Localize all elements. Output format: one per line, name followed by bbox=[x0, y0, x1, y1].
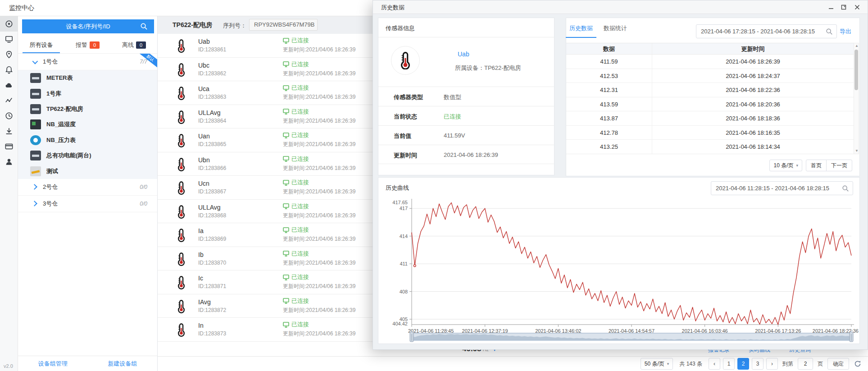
sensor-id: ID:1283873 bbox=[198, 330, 226, 337]
tree-device-item[interactable]: 总有功电能(两台) bbox=[18, 148, 157, 163]
tree-device-item[interactable]: 1号库 bbox=[18, 86, 157, 101]
status-badge: 已连接 bbox=[283, 131, 355, 139]
tree-tab-1[interactable]: 所有设备 bbox=[18, 37, 64, 53]
table-row[interactable]: 412.312021-04-06 18:22:36 bbox=[566, 83, 859, 97]
cell-value: 412.31 bbox=[566, 83, 652, 97]
page-button-1[interactable]: 1 bbox=[723, 358, 735, 370]
rail-scan-target-icon[interactable] bbox=[0, 16, 18, 32]
history-line-chart[interactable]: 417414411408405417.65404.422021-04-06 11… bbox=[378, 178, 859, 344]
confirm-button[interactable]: 确定 bbox=[827, 358, 849, 370]
connected-monitor-icon bbox=[283, 227, 289, 233]
tab-label: 离线 bbox=[122, 41, 134, 49]
history-page-size-select[interactable]: 10 条/页▾ bbox=[769, 160, 802, 171]
y-axis-min-label: 404.42 bbox=[392, 321, 408, 326]
next-page-button[interactable]: 下一页 bbox=[826, 160, 852, 171]
rail-clock-icon[interactable] bbox=[0, 108, 18, 124]
device-group-manage-button[interactable]: 设备组管理 bbox=[18, 360, 88, 368]
update-time: 更新时间:2021/04/06 18:26:39 bbox=[283, 46, 355, 54]
device-label: NB_温湿度 bbox=[46, 120, 76, 128]
left-rail bbox=[0, 16, 18, 371]
new-device-group-button[interactable]: 新建设备组 bbox=[88, 360, 158, 368]
rail-trend-icon[interactable] bbox=[0, 93, 18, 108]
sensor-id: ID:1283864 bbox=[198, 118, 226, 124]
chevron-down-icon: ▾ bbox=[667, 362, 669, 366]
thermometer-icon bbox=[177, 63, 186, 77]
x-axis-tick-label: 2021-04-06 14:54:57 bbox=[609, 328, 654, 334]
connected-monitor-icon bbox=[283, 322, 289, 328]
cell-time: 2021-04-06 18:16:35 bbox=[652, 126, 854, 140]
rail-location-icon[interactable] bbox=[0, 47, 18, 62]
chevron-down-icon bbox=[32, 58, 38, 64]
page-button-2[interactable]: 2 bbox=[737, 358, 749, 370]
rail-bell-icon[interactable] bbox=[0, 62, 18, 78]
datazoom-selected-range[interactable] bbox=[412, 333, 851, 340]
tree-device-item[interactable]: NB_温湿度 bbox=[18, 117, 157, 132]
table-scrollbar[interactable]: ▲ ▼ bbox=[854, 43, 859, 154]
sensor-id: ID:1283865 bbox=[198, 141, 226, 147]
minimize-icon[interactable] bbox=[827, 3, 835, 11]
tree-device-item[interactable]: METER表 bbox=[18, 70, 157, 86]
tree-device-item[interactable]: NB_压力表 bbox=[18, 133, 157, 148]
table-row[interactable]: 412.782021-04-06 18:16:35 bbox=[566, 126, 859, 140]
refresh-icon[interactable] bbox=[852, 358, 863, 370]
history-date-range[interactable]: 2021-04-06 17:28:15 - 2021-04-06 18:28:1… bbox=[696, 24, 837, 38]
thermometer-icon bbox=[177, 86, 186, 100]
update-time: 更新时间:2021/04/06 18:26:39 bbox=[283, 283, 355, 290]
history-table-card: 历史数据数据统计 2021-04-06 17:28:15 - 2021-04-0… bbox=[566, 18, 860, 176]
maximize-icon[interactable] bbox=[840, 3, 848, 11]
sensor-name: IAvg bbox=[198, 298, 211, 306]
info-label: 更新时间 bbox=[394, 151, 417, 160]
status-badge: 已连接 bbox=[283, 202, 355, 211]
table-row[interactable]: 412.532021-04-06 18:24:37 bbox=[566, 69, 859, 83]
goto-page-input[interactable] bbox=[798, 358, 813, 370]
next-page-button[interactable]: › bbox=[766, 358, 778, 370]
sensor-id: ID:1283862 bbox=[198, 70, 226, 77]
tree-tab-3[interactable]: 离线0 bbox=[111, 37, 157, 53]
sensor-name: Uab bbox=[198, 38, 210, 45]
update-time: 更新时间:2021/04/06 18:26:39 bbox=[283, 212, 355, 220]
tree-group-2[interactable]: 2号仓 0/0 bbox=[18, 179, 157, 196]
status-badge: 已连接 bbox=[283, 108, 355, 116]
tree-device-item[interactable]: TP622-配电房 bbox=[18, 101, 157, 117]
page-button-3[interactable]: 3 bbox=[752, 358, 763, 370]
table-row[interactable]: 413.592021-04-06 18:20:36 bbox=[566, 97, 859, 112]
rail-card-icon[interactable] bbox=[0, 139, 18, 154]
info-value: 411.59V bbox=[444, 132, 465, 139]
tree-group-3[interactable]: 3号仓 0/0 bbox=[18, 196, 157, 212]
monitoring-center-app: 监控中心 v2.0 设备名/序列号/ID 所有设备报警0离线0 1号仓 7/7 … bbox=[0, 0, 868, 371]
thermometer-icon bbox=[177, 275, 186, 289]
tree-group-1[interactable]: 1号仓 7/7 默认 bbox=[18, 54, 157, 70]
rail-monitor-icon[interactable] bbox=[0, 32, 18, 47]
table-row[interactable]: 411.592021-04-06 18:26:39 bbox=[566, 55, 859, 69]
tree-device-item[interactable]: 测试 bbox=[18, 163, 157, 179]
update-time: 更新时间:2021/04/06 18:26:39 bbox=[283, 141, 355, 148]
rail-download-icon[interactable] bbox=[0, 124, 18, 139]
cell-time: 2021-04-06 18:26:39 bbox=[652, 55, 854, 69]
close-icon[interactable] bbox=[853, 3, 861, 11]
connected-monitor-icon bbox=[283, 275, 289, 280]
x-axis-tick-label: 2021-04-06 13:46:02 bbox=[535, 328, 581, 334]
thermometer-icon bbox=[177, 252, 186, 266]
sensor-name-link[interactable]: Uab bbox=[458, 50, 469, 58]
export-button[interactable]: 导出 bbox=[840, 27, 851, 36]
status-badge: 已连接 bbox=[283, 155, 355, 163]
prev-page-button[interactable]: ‹ bbox=[709, 358, 720, 370]
history-tab-2[interactable]: 数据统计 bbox=[604, 24, 627, 37]
rail-cloud-icon[interactable] bbox=[0, 78, 18, 93]
serial-label: 序列号： bbox=[223, 22, 246, 30]
device-search-input[interactable]: 设备名/序列号/ID bbox=[22, 19, 154, 33]
cell-value: 413.25 bbox=[566, 140, 652, 154]
cell-value: 412.78 bbox=[566, 126, 652, 140]
history-tab-1[interactable]: 历史数据 bbox=[569, 24, 593, 37]
rail-user-icon[interactable] bbox=[0, 154, 18, 169]
sensor-avatar bbox=[391, 46, 420, 75]
table-row[interactable]: 413.872021-04-06 18:18:36 bbox=[566, 111, 859, 126]
thermometer-icon bbox=[177, 323, 186, 337]
first-page-button[interactable]: 首页 bbox=[806, 160, 827, 171]
page-size-select[interactable]: 50 条/页▾ bbox=[641, 358, 673, 370]
device-title: TP622-配电房 bbox=[173, 21, 212, 29]
tree-tab-2[interactable]: 报警0 bbox=[64, 37, 111, 53]
table-row[interactable]: 413.252021-04-06 18:14:34 bbox=[566, 140, 859, 154]
meter-device-icon bbox=[30, 104, 41, 114]
tab-badge: 0 bbox=[136, 41, 146, 49]
